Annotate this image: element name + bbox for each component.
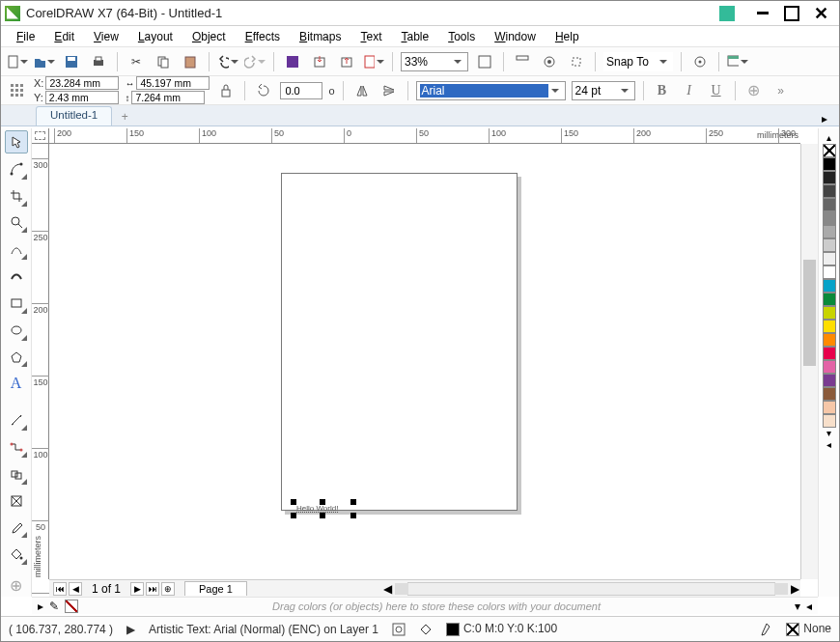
copy-button[interactable]: [153, 51, 174, 72]
palette-nav-right[interactable]: ▾: [795, 600, 800, 613]
vertical-scrollbar[interactable]: [800, 144, 818, 579]
no-fill-swatch[interactable]: [65, 600, 78, 613]
color-swatch[interactable]: [823, 184, 836, 198]
color-swatch[interactable]: [823, 293, 836, 306]
horizontal-scrollbar[interactable]: [407, 582, 775, 596]
show-rulers-button[interactable]: [512, 51, 533, 72]
corel-connect-icon[interactable]: [719, 6, 735, 21]
color-swatch[interactable]: [823, 401, 836, 414]
print-button[interactable]: [88, 51, 109, 72]
color-swatch[interactable]: [823, 306, 836, 320]
color-swatch[interactable]: [823, 347, 836, 360]
color-swatch[interactable]: [823, 333, 836, 347]
color-swatch[interactable]: [823, 171, 836, 184]
full-screen-button[interactable]: [474, 51, 495, 72]
menu-effects[interactable]: Effects: [236, 28, 290, 45]
freehand-tool[interactable]: [5, 237, 28, 261]
color-swatch[interactable]: [823, 374, 836, 387]
color-swatch[interactable]: [823, 320, 836, 333]
italic-button[interactable]: I: [679, 80, 700, 101]
color-proof-icon[interactable]: [392, 623, 406, 636]
selection-handle[interactable]: [291, 513, 296, 518]
horizontal-ruler[interactable]: millimeters 2001501005005010015020025030…: [49, 128, 800, 144]
palette-flyout-button[interactable]: ◂: [823, 439, 836, 451]
font-size-combo[interactable]: 24 pt: [572, 81, 635, 100]
color-swatch[interactable]: [823, 387, 836, 401]
show-guidelines-button[interactable]: [566, 51, 587, 72]
x-position-field[interactable]: 23.284 mm: [45, 76, 119, 90]
quick-customize-button[interactable]: ⊕: [5, 573, 28, 597]
new-button[interactable]: [7, 51, 28, 72]
snap-to-combo[interactable]: Snap To: [603, 52, 673, 71]
artistic-media-tool[interactable]: [5, 265, 28, 288]
menu-tools[interactable]: Tools: [438, 28, 485, 45]
canvas[interactable]: Hello World!: [49, 144, 800, 579]
ruler-origin[interactable]: [32, 128, 49, 144]
interactive-tool[interactable]: [5, 462, 28, 486]
palette-menu-button[interactable]: ◂: [806, 600, 812, 613]
selection-handle[interactable]: [350, 513, 356, 518]
vertical-ruler[interactable]: millimeters 300250200150100500: [32, 144, 49, 579]
eyedropper-tool[interactable]: [5, 516, 28, 540]
options-button[interactable]: [689, 51, 711, 72]
selection-handle[interactable]: [320, 513, 325, 518]
menu-text[interactable]: Text: [350, 28, 391, 45]
menu-window[interactable]: Window: [485, 28, 546, 45]
object-origin-icon[interactable]: [7, 80, 28, 101]
color-swatch[interactable]: [823, 198, 836, 211]
menu-help[interactable]: Help: [546, 28, 589, 45]
tab-overflow-button[interactable]: ▸: [822, 112, 833, 126]
menu-file[interactable]: File: [7, 28, 44, 45]
publish-pdf-button[interactable]: [363, 51, 384, 72]
dimension-tool[interactable]: [5, 408, 28, 432]
color-swatch[interactable]: [823, 252, 836, 265]
lock-ratio-button[interactable]: [215, 80, 237, 101]
launcher-button[interactable]: [727, 51, 748, 72]
add-page-button[interactable]: ⊕: [161, 582, 175, 596]
selection-handle[interactable]: [291, 499, 296, 505]
palette-nav-left[interactable]: ▸: [38, 600, 43, 613]
rotation-field[interactable]: 0.0: [280, 82, 322, 99]
paste-button[interactable]: [180, 51, 201, 72]
outline-pen-icon[interactable]: [761, 623, 772, 636]
zoom-tool[interactable]: [5, 211, 28, 235]
fill-tool-icon[interactable]: [419, 623, 433, 636]
redo-button[interactable]: [244, 51, 266, 72]
export-button[interactable]: [336, 51, 357, 72]
close-button[interactable]: ✕: [806, 5, 835, 22]
rectangle-tool[interactable]: [5, 292, 28, 315]
palette-down-button[interactable]: ▾: [823, 428, 836, 439]
scroll-left-button[interactable]: ◀: [382, 582, 394, 596]
last-page-button[interactable]: ⏭: [146, 582, 159, 596]
search-content-button[interactable]: [282, 51, 303, 72]
no-color-swatch[interactable]: [823, 144, 836, 157]
font-combo[interactable]: Arial: [416, 81, 566, 100]
color-swatch[interactable]: [823, 279, 836, 293]
transparency-tool[interactable]: [5, 489, 28, 513]
selection-handle[interactable]: [320, 499, 325, 505]
menu-object[interactable]: Object: [182, 28, 236, 45]
fill-tool[interactable]: [5, 543, 28, 566]
color-swatch[interactable]: [823, 360, 836, 374]
palette-up-button[interactable]: ▴: [823, 132, 836, 144]
fill-indicator[interactable]: C:0 M:0 Y:0 K:100: [446, 622, 557, 636]
show-grid-button[interactable]: [539, 51, 560, 72]
menu-layout[interactable]: Layout: [128, 28, 182, 45]
scroll-right-button[interactable]: ▶: [789, 582, 800, 596]
text-tool[interactable]: A: [5, 372, 28, 395]
polygon-tool[interactable]: [5, 346, 28, 369]
height-field[interactable]: 7.264 mm: [131, 91, 205, 104]
color-swatch[interactable]: [823, 211, 836, 225]
bold-button[interactable]: B: [652, 80, 673, 101]
page-tab[interactable]: Page 1: [184, 581, 247, 596]
artistic-text-object[interactable]: Hello World!: [296, 504, 338, 513]
outline-indicator[interactable]: None: [786, 622, 831, 636]
drawing-area[interactable]: millimeters 2001501005005010015020025030…: [32, 128, 818, 597]
maximize-button[interactable]: [777, 5, 806, 22]
more-button[interactable]: »: [770, 80, 792, 101]
import-button[interactable]: [309, 51, 330, 72]
new-tab-button[interactable]: +: [116, 108, 133, 126]
underline-button[interactable]: U: [706, 80, 727, 101]
mirror-h-button[interactable]: [351, 80, 373, 101]
color-swatch[interactable]: [823, 157, 836, 171]
